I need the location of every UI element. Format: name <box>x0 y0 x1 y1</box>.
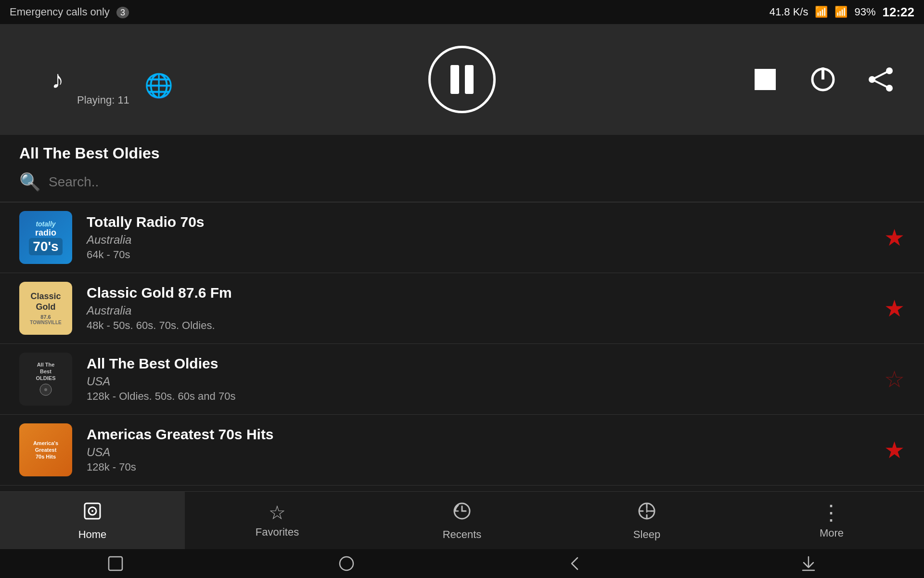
search-icon: 🔍 <box>19 172 41 192</box>
station-name: Classic Gold 87.6 Fm <box>87 285 870 301</box>
station-bitrate: 48k - 50s. 60s. 70s. Oldies. <box>87 319 870 332</box>
nav-item-recents[interactable]: Recents <box>370 492 554 549</box>
wifi-icon: 📶 <box>834 6 847 18</box>
nav-item-sleep[interactable]: Sleep <box>554 492 739 549</box>
emergency-text: Emergency calls only <box>10 6 110 18</box>
station-country: USA <box>87 375 870 388</box>
pause-icon <box>450 65 474 94</box>
nav-label-favorites: Favorites <box>256 526 299 539</box>
svg-line-7 <box>872 79 889 88</box>
now-playing-text: All The Best Oldies <box>19 144 160 162</box>
search-bar: 🔍 <box>0 167 924 202</box>
station-logo: totally radio 70's <box>19 211 72 264</box>
power-button[interactable] <box>808 65 837 94</box>
station-bitrate: 64k - 70s <box>87 249 870 261</box>
svg-rect-0 <box>755 69 776 90</box>
player-area: ♪ 🌐 Playing: 11 <box>0 24 924 135</box>
station-item[interactable]: America'sGreatest70s Hits Americas Great… <box>0 415 924 486</box>
more-icon: ⋮ <box>821 502 843 523</box>
bottom-nav: Home ☆ Favorites Recents <box>0 491 924 549</box>
station-name: All The Best Oldies <box>87 355 870 372</box>
station-bitrate: 128k - Oldies. 50s. 60s and 70s <box>87 390 870 403</box>
android-download-button[interactable] <box>799 554 818 573</box>
station-list: totally radio 70's Totally Radio 70s Aus… <box>0 202 924 486</box>
music-icon[interactable]: ♪ <box>51 65 64 94</box>
svg-point-12 <box>91 510 93 512</box>
nav-label-home: Home <box>78 528 107 541</box>
nav-label-sleep: Sleep <box>633 528 660 541</box>
notification-badge: 3 <box>116 7 129 18</box>
station-name: Americas Greatest 70s Hits <box>87 426 870 443</box>
station-item[interactable]: ClassicGold 87.6 TOWNSVILLE Classic Gold… <box>0 273 924 344</box>
station-logo: ClassicGold 87.6 TOWNSVILLE <box>19 282 72 335</box>
playing-label: Playing: 11 <box>77 94 129 106</box>
station-country: Australia <box>87 304 870 317</box>
search-input[interactable] <box>49 174 905 190</box>
favorite-star[interactable]: ★ <box>884 295 905 322</box>
station-info: Americas Greatest 70s Hits USA 128k - 70… <box>87 426 870 473</box>
clock: 12:22 <box>883 5 915 20</box>
station-country: USA <box>87 446 870 459</box>
network-speed: 41.8 K/s <box>770 6 808 18</box>
now-playing-title: All The Best Oldies <box>0 135 924 167</box>
android-back-button[interactable] <box>106 554 125 573</box>
station-info: Totally Radio 70s Australia 64k - 70s <box>87 214 870 261</box>
stop-button[interactable] <box>751 65 780 94</box>
player-center <box>428 46 496 113</box>
station-name: Totally Radio 70s <box>87 214 870 230</box>
nav-item-home[interactable]: Home <box>0 492 185 549</box>
status-bar: Emergency calls only 3 41.8 K/s 📶 📶 93% … <box>0 0 924 24</box>
sleep-icon <box>636 500 657 525</box>
status-bar-right: 41.8 K/s 📶 📶 93% 12:22 <box>770 5 914 20</box>
station-bitrate: 128k - 70s <box>87 461 870 473</box>
nav-item-more[interactable]: ⋮ More <box>739 492 924 549</box>
nav-item-favorites[interactable]: ☆ Favorites <box>185 492 370 549</box>
favorite-star[interactable]: ☆ <box>884 366 905 393</box>
station-logo: All TheBestOLDIES <box>19 353 72 406</box>
station-item[interactable]: All TheBestOLDIES All The Best Oldies US… <box>0 344 924 415</box>
player-right-controls <box>751 65 895 94</box>
stop-icon <box>751 65 780 94</box>
home-icon <box>82 500 103 525</box>
favorite-star[interactable]: ★ <box>884 436 905 463</box>
share-button[interactable] <box>866 65 895 94</box>
station-item[interactable]: totally radio 70's Totally Radio 70s Aus… <box>0 202 924 273</box>
android-nav-bar <box>0 549 924 578</box>
power-icon <box>808 65 837 94</box>
nav-label-more: More <box>820 527 844 539</box>
pause-button[interactable] <box>428 46 496 113</box>
station-logo: America'sGreatest70s Hits <box>19 423 72 476</box>
status-bar-emergency: Emergency calls only 3 <box>10 6 129 18</box>
station-info: All The Best Oldies USA 128k - Oldies. 5… <box>87 355 870 403</box>
favorites-icon: ☆ <box>269 503 286 522</box>
station-info: Classic Gold 87.6 Fm Australia 48k - 50s… <box>87 285 870 332</box>
svg-rect-21 <box>109 557 122 570</box>
svg-line-6 <box>872 71 889 79</box>
nav-label-recents: Recents <box>443 528 482 541</box>
android-home-button[interactable] <box>337 554 356 573</box>
android-recent-button[interactable] <box>568 554 587 573</box>
favorite-star[interactable]: ★ <box>884 224 905 251</box>
battery-text: 93% <box>854 6 875 18</box>
player-left-controls: ♪ 🌐 Playing: 11 <box>29 65 87 94</box>
bluetooth-icon: 📶 <box>815 6 828 18</box>
share-icon <box>866 65 895 94</box>
recents-icon <box>451 500 473 525</box>
pause-bar-left <box>450 65 459 94</box>
pause-bar-right <box>465 65 474 94</box>
svg-point-9 <box>44 388 47 391</box>
station-country: Australia <box>87 233 870 247</box>
svg-point-22 <box>340 557 353 570</box>
globe-icon[interactable]: 🌐 <box>144 72 173 99</box>
